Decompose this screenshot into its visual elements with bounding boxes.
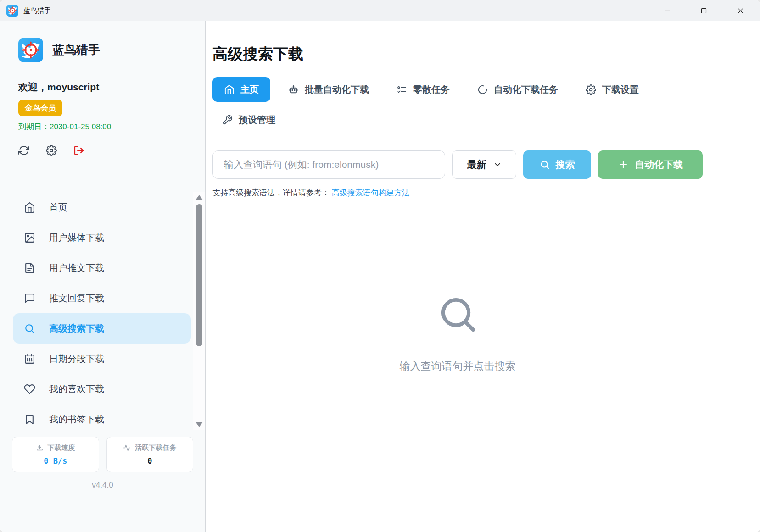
bookmark-icon xyxy=(24,414,35,425)
titlebar-app-info: 蓝鸟猎手 xyxy=(6,5,51,17)
sidebar-item-my-bookmarks-download[interactable]: 我的书签下载 xyxy=(13,404,191,430)
sidebar-item-home[interactable]: 首页 xyxy=(13,192,191,222)
sidebar-item-user-tweets-download[interactable]: 用户推文下载 xyxy=(13,253,191,283)
search-icon xyxy=(540,160,550,170)
welcome-text: 欢迎，moyuscript xyxy=(18,81,187,94)
chat-icon xyxy=(24,293,35,304)
heart-icon xyxy=(24,383,35,395)
plus-icon xyxy=(618,159,629,170)
app-logo-icon xyxy=(6,5,18,17)
sidebar-footer: 下载速度 0 B/s 活跃下载任务 0 v4.4.0 xyxy=(0,430,205,532)
wrench-icon xyxy=(222,115,233,125)
window-title: 蓝鸟猎手 xyxy=(23,6,51,15)
titlebar: 蓝鸟猎手 xyxy=(0,0,760,21)
activity-icon xyxy=(123,444,131,452)
sidebar-scrollbar[interactable] xyxy=(193,192,205,430)
task-list-icon xyxy=(397,84,407,95)
scroll-down-arrow-icon[interactable] xyxy=(196,422,203,427)
app-logo-icon xyxy=(18,38,43,62)
auto-download-button[interactable]: 自动化下载 xyxy=(598,150,703,179)
tab-preset-management[interactable]: 预设管理 xyxy=(212,107,285,132)
minimize-button[interactable] xyxy=(656,1,677,20)
active-tasks-value: 0 xyxy=(147,456,152,466)
search-icon xyxy=(24,323,35,334)
sidebar-item-user-media-download[interactable]: 用户媒体下载 xyxy=(13,222,191,253)
sidebar-scrollbar-thumb[interactable] xyxy=(196,204,202,346)
maximize-button[interactable] xyxy=(693,1,714,20)
expiry-date: 到期日：2030-01-25 08:00 xyxy=(18,122,187,132)
download-speed-value: 0 B/s xyxy=(44,456,67,466)
chevron-down-icon xyxy=(493,161,502,169)
sort-select[interactable]: 最新 xyxy=(452,150,516,179)
active-tasks-stat: 活跃下载任务 0 xyxy=(106,437,194,472)
sidebar: 蓝鸟猎手 欢迎，moyuscript 金鸟会员 到期日：2030-01-25 0… xyxy=(0,21,206,532)
search-bar: 最新 搜索 自动化下载 xyxy=(212,150,703,179)
search-help-text: 支持高级搜索语法，详情请参考： 高级搜索语句构建方法 xyxy=(212,188,703,198)
main-content: 高级搜索下载 主页 批量自动化下载 零散任务 xyxy=(206,21,760,532)
close-button[interactable] xyxy=(730,1,751,20)
tab-batch-auto-download[interactable]: 批量自动化下载 xyxy=(279,77,379,102)
tab-bar: 主页 批量自动化下载 零散任务 自动化下载任务 xyxy=(212,77,703,132)
robot-icon xyxy=(288,84,299,95)
query-input[interactable] xyxy=(212,150,445,179)
tab-automated-download-tasks[interactable]: 自动化下载任务 xyxy=(468,77,568,102)
document-icon xyxy=(24,262,35,274)
download-icon xyxy=(36,444,44,452)
sidebar-item-tweet-replies-download[interactable]: 推文回复下载 xyxy=(13,283,191,313)
tab-download-settings[interactable]: 下载设置 xyxy=(576,77,648,102)
app-version: v4.4.0 xyxy=(12,481,193,490)
scroll-up-arrow-icon[interactable] xyxy=(196,195,203,200)
refresh-icon[interactable] xyxy=(18,145,29,156)
logout-icon[interactable] xyxy=(73,145,84,156)
sidebar-item-advanced-search-download[interactable]: 高级搜索下载 xyxy=(13,313,191,344)
tab-home[interactable]: 主页 xyxy=(212,77,270,102)
search-button[interactable]: 搜索 xyxy=(523,150,591,179)
home-icon xyxy=(24,202,35,213)
calendar-icon xyxy=(24,353,35,365)
app-window: 蓝鸟猎手 xyxy=(0,0,760,532)
image-icon xyxy=(24,232,35,244)
empty-state: 输入查询语句并点击搜索 xyxy=(212,293,703,373)
spinner-icon xyxy=(477,84,488,95)
search-syntax-link[interactable]: 高级搜索语句构建方法 xyxy=(332,188,410,197)
search-icon xyxy=(436,293,480,338)
app-name: 蓝鸟猎手 xyxy=(52,42,100,58)
download-speed-stat: 下载速度 0 B/s xyxy=(12,437,99,472)
sidebar-nav: 首页 用户媒体下载 用户推文下载 推文回复下载 xyxy=(0,192,205,430)
sidebar-header: 蓝鸟猎手 欢迎，moyuscript 金鸟会员 到期日：2030-01-25 0… xyxy=(0,21,205,192)
sidebar-item-my-likes-download[interactable]: 我的喜欢下载 xyxy=(13,374,191,404)
gear-icon[interactable] xyxy=(46,145,57,156)
tab-scattered-tasks[interactable]: 零散任务 xyxy=(387,77,459,102)
window-controls xyxy=(641,1,751,20)
empty-state-text: 输入查询语句并点击搜索 xyxy=(400,359,516,373)
gear-icon xyxy=(586,84,596,95)
membership-badge: 金鸟会员 xyxy=(18,100,62,116)
page-title: 高级搜索下载 xyxy=(212,44,703,64)
sidebar-item-date-segment-download[interactable]: 日期分段下载 xyxy=(13,344,191,374)
home-icon xyxy=(224,84,235,95)
